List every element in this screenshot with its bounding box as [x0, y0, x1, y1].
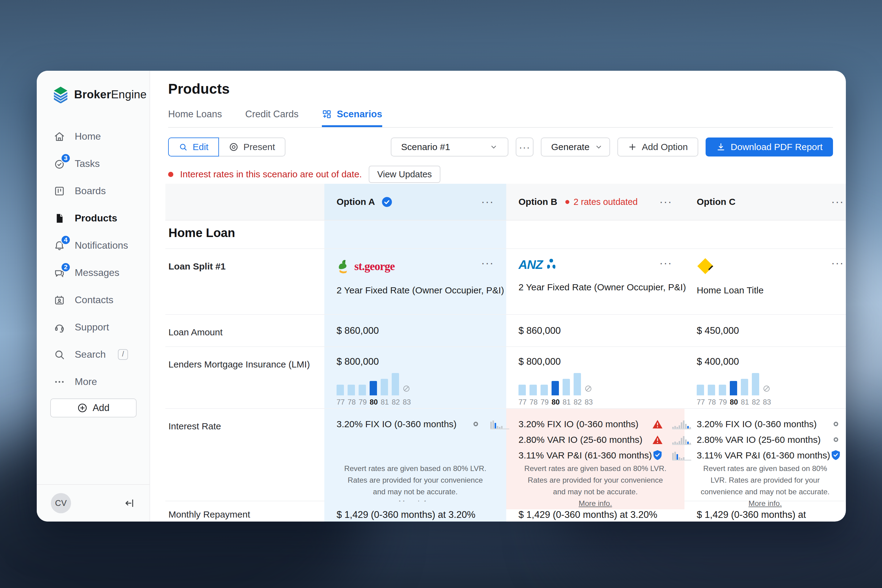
user-avatar[interactable]: CV [51, 493, 71, 513]
sidebar-item-products[interactable]: Products [37, 205, 150, 232]
lvr-mini-chart[interactable]: 77787980818283 [337, 373, 441, 406]
alert-message: Interest rates in this scenario are out … [180, 169, 362, 180]
scenario-select[interactable]: Scenario #1 [391, 138, 508, 156]
notifications-icon: 4 [53, 240, 66, 252]
option-c-menu[interactable]: ··· [831, 196, 844, 207]
add-option-button[interactable]: Add Option [617, 138, 698, 156]
loan-split-row: Loan Split #1 st.george · [165, 249, 846, 315]
view-updates-button[interactable]: View Updates [369, 166, 440, 183]
generate-dropdown[interactable]: Generate [541, 138, 610, 156]
loan-split-option-a: st.george ··· 2 Year Fixed Rate (Owner O… [324, 249, 506, 314]
option-a-menu[interactable]: ··· [481, 196, 494, 207]
interest-option-a: 3.20% FIX IO (0-360 months) Revert rates… [324, 409, 506, 509]
sidebar-item-tasks[interactable]: 3 Tasks [37, 150, 150, 177]
split-c-menu[interactable]: ··· [831, 258, 844, 268]
option-a-header: Option A ··· [324, 184, 506, 220]
magnifier-icon [178, 142, 188, 152]
rate-history-sparkline-icon[interactable] [672, 435, 691, 445]
lmi-not-available-icon [403, 385, 410, 392]
interest-option-b: 3.20% FIX IO (0-360 months) 2.80% VAR IO… [506, 409, 684, 509]
lvr-bar [708, 385, 715, 395]
lvr-mini-chart[interactable]: 77787980818283 [519, 373, 622, 406]
download-pdf-button[interactable]: Download PDF Report [706, 138, 833, 156]
lmi-row: Lenders Mortgage Insurance (LMI) $ 800,0… [165, 347, 846, 409]
tab-scenarios[interactable]: Scenarios [322, 109, 382, 127]
lmi-value-a: $ 800,000 [337, 347, 494, 367]
section-title: Home Loan [168, 220, 312, 240]
home-icon [53, 130, 66, 143]
interest-option-c: 3.20% FIX IO (0-360 months) 2.80% VAR IO… [684, 409, 846, 509]
monthly-repayment-c: $ 1,429 (0-360 months) at 3.20% [697, 501, 834, 522]
st-george-logo: st.george [337, 258, 395, 275]
header-label-cell [165, 184, 324, 220]
section-row: Home Loan [165, 220, 846, 249]
lvr-bar [752, 373, 759, 395]
eye-icon [229, 142, 238, 152]
boards-icon [53, 185, 66, 197]
sidebar-item-notifications[interactable]: 4 Notifications [37, 232, 150, 259]
row-label: Monthly Repayment [168, 501, 312, 520]
outdated-rates-alert: Interest rates in this scenario are out … [168, 166, 833, 183]
sidebar-item-home[interactable]: Home [37, 123, 150, 150]
collapse-sidebar-icon[interactable] [124, 497, 136, 509]
messages-icon: 2 [53, 267, 66, 279]
row-label: Lenders Mortgage Insurance (LMI) [168, 347, 312, 370]
tab-bar: Home Loans Credit Cards Scenarios [168, 109, 833, 128]
scenario-comparison-table: Option A ··· Option B 2 rates outdated [165, 184, 846, 522]
rate-line: 3.20% FIX IO (0-360 months) [519, 416, 672, 432]
rate-verified-shield-icon [651, 450, 664, 461]
lmi-not-available-icon [763, 385, 770, 392]
rate-warning-triangle-icon [651, 435, 664, 444]
sidebar-item-support[interactable]: Support [37, 314, 150, 341]
sidebar-footer: CV [37, 484, 150, 522]
search-shortcut-key: / [118, 349, 128, 360]
loan-split-option-b: ANZ ··· 2 Year Fixed Rate (Owner Occupie… [506, 249, 684, 314]
sidebar-item-boards[interactable]: Boards [37, 177, 150, 205]
lvr-bar [540, 385, 548, 395]
notifications-badge: 4 [61, 235, 71, 245]
sidebar-item-contacts[interactable]: Contacts [37, 286, 150, 314]
loan-amount-b: $ 860,000 [519, 315, 672, 336]
tab-credit-cards[interactable]: Credit Cards [245, 109, 298, 127]
search-icon [53, 348, 66, 361]
app-window: BrokerEngine Home 3 Tasks [37, 71, 846, 522]
loan-split-option-c: ··· Home Loan Title [684, 249, 846, 314]
brand-logo[interactable]: BrokerEngine [52, 86, 150, 103]
sidebar-item-search[interactable]: Search / [37, 341, 150, 368]
tab-home-loans[interactable]: Home Loans [168, 109, 222, 127]
loan-amount-row: Loan Amount $ 860,000 $ 860,000 $ 450,00… [165, 315, 846, 347]
lvr-bar [348, 385, 355, 395]
add-button[interactable]: Add [50, 398, 136, 417]
option-c-header: Option C ··· [684, 184, 846, 220]
lvr-bar [719, 385, 726, 395]
table-header-row: Option A ··· Option B 2 rates outdated [165, 184, 846, 220]
lvr-bar [741, 379, 748, 395]
sidebar-item-more[interactable]: More [37, 368, 150, 395]
rate-status-neutral-icon [829, 437, 843, 442]
scenario-more-button[interactable]: ··· [516, 138, 534, 156]
brand-name: BrokerEngine [74, 88, 147, 101]
rate-status-neutral-icon [829, 422, 843, 426]
interest-rate-row: Interest Rate 3.20% FIX IO (0-360 months… [165, 409, 846, 501]
present-button[interactable]: Present [218, 138, 285, 156]
product-name: Home Loan Title [697, 285, 834, 296]
monthly-repayment-row: Monthly Repayment $ 1,429 (0-360 months)… [165, 501, 846, 522]
lvr-bar [574, 373, 581, 395]
rate-history-sparkline-icon[interactable] [490, 419, 509, 429]
lvr-mini-chart[interactable]: 77787980818283 [697, 373, 801, 406]
sidebar: BrokerEngine Home 3 Tasks [37, 71, 150, 522]
products-icon [53, 212, 66, 225]
edit-button[interactable]: Edit [168, 138, 219, 156]
scenarios-grid-icon [322, 110, 332, 119]
messages-badge: 2 [61, 262, 71, 272]
split-b-menu[interactable]: ··· [659, 258, 672, 268]
split-a-menu[interactable]: ··· [481, 258, 494, 268]
rate-history-sparkline-icon[interactable] [672, 450, 691, 460]
lmi-value-c: $ 400,000 [697, 347, 834, 367]
option-b-menu[interactable]: ··· [659, 196, 672, 207]
sidebar-item-messages[interactable]: 2 Messages [37, 259, 150, 286]
rate-history-sparkline-icon[interactable] [672, 419, 691, 429]
lvr-bar [552, 381, 559, 395]
rate-warning-triangle-icon [651, 420, 664, 429]
row-label: Loan Amount [168, 315, 312, 338]
